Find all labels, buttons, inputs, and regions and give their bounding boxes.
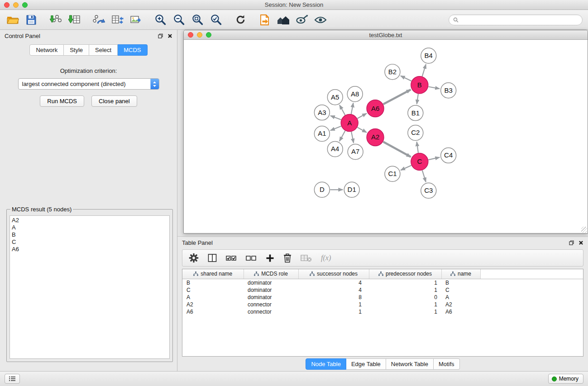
table-cell[interactable]: B: [182, 279, 244, 287]
edge-C-C3[interactable]: [422, 170, 426, 182]
edge-C-C1[interactable]: [401, 166, 411, 171]
node-B[interactable]: B: [411, 76, 428, 94]
table-cell[interactable]: A6: [441, 308, 480, 315]
tab-motifs[interactable]: Motifs: [434, 358, 460, 370]
table-cell[interactable]: 4: [298, 286, 369, 294]
column-header[interactable]: successor nodes: [298, 269, 369, 279]
node-A2[interactable]: A2: [367, 129, 384, 146]
node-A[interactable]: A: [341, 114, 358, 132]
edge-B-B1[interactable]: [417, 94, 418, 104]
list-item[interactable]: A2: [12, 217, 167, 224]
node-D[interactable]: D: [314, 182, 330, 197]
deselect-all-button[interactable]: [246, 254, 257, 262]
column-header[interactable]: predecessor nodes: [369, 269, 441, 279]
table-cell[interactable]: 1: [369, 279, 441, 287]
table-cell[interactable]: A2: [182, 301, 244, 308]
close-panel-button[interactable]: [167, 33, 172, 38]
tab-edge-table[interactable]: Edge Table: [346, 358, 386, 370]
graphics-details-button[interactable]: [295, 13, 309, 27]
edge-A-A2[interactable]: [358, 127, 367, 132]
edge-B-B2[interactable]: [401, 76, 411, 81]
table-cell[interactable]: 4: [298, 279, 369, 287]
network-window-titlebar[interactable]: testGlobe.txt: [184, 30, 588, 40]
import-table-button[interactable]: [67, 13, 81, 27]
toolbar-search[interactable]: [449, 14, 583, 25]
edge-C-C4[interactable]: [428, 157, 440, 160]
table-cell[interactable]: C: [182, 286, 244, 294]
select-all-button[interactable]: [226, 254, 237, 262]
tab-network[interactable]: Network: [29, 44, 64, 56]
node-A7[interactable]: A7: [348, 144, 363, 159]
node-A5[interactable]: A5: [327, 90, 343, 105]
network-close-button[interactable]: [188, 32, 193, 38]
table-cell[interactable]: A: [182, 294, 244, 301]
node-A8[interactable]: A8: [347, 86, 363, 102]
zoom-in-button[interactable]: [153, 13, 167, 27]
minimize-window-button[interactable]: [13, 2, 19, 8]
edge-A-A8[interactable]: [351, 103, 354, 114]
node-A6[interactable]: A6: [367, 100, 384, 117]
list-item[interactable]: A6: [12, 246, 167, 253]
table-cell[interactable]: 1: [369, 308, 441, 315]
column-header[interactable]: shared name: [182, 269, 244, 279]
table-cell[interactable]: 1: [369, 301, 441, 308]
delete-column-button[interactable]: [283, 253, 292, 263]
edge-A-A6[interactable]: [358, 113, 367, 118]
table-row[interactable]: Cdominator41C: [182, 286, 583, 294]
edge-A-A5[interactable]: [339, 105, 345, 115]
edge-A6-B[interactable]: [383, 90, 411, 104]
tab-select[interactable]: Select: [89, 44, 118, 56]
table-cell[interactable]: connector: [244, 301, 298, 308]
open-session-button[interactable]: [5, 13, 20, 27]
zoom-window-button[interactable]: [22, 2, 28, 8]
list-item[interactable]: A: [12, 224, 167, 231]
memory-button[interactable]: Memory: [548, 374, 583, 384]
mcds-result-list[interactable]: A2ABCA6: [10, 215, 170, 359]
edge-A-A1[interactable]: [330, 126, 341, 130]
node-B3[interactable]: B3: [441, 83, 456, 98]
node-B2[interactable]: B2: [385, 64, 400, 80]
zoom-fit-button[interactable]: [190, 13, 205, 27]
list-item[interactable]: B: [12, 231, 167, 238]
tab-network-table[interactable]: Network Table: [386, 358, 434, 370]
node-C4[interactable]: C4: [441, 148, 456, 163]
tab-mcds[interactable]: MCDS: [118, 44, 147, 56]
table-row[interactable]: A6connector11A6: [182, 308, 583, 315]
edge-A-A7[interactable]: [351, 132, 354, 143]
export-network-button[interactable]: [91, 13, 106, 27]
table-cell[interactable]: C: [441, 286, 480, 294]
close-window-button[interactable]: [4, 2, 10, 8]
task-history-button[interactable]: [5, 374, 20, 384]
table-cell[interactable]: 8: [298, 294, 369, 301]
table-cell[interactable]: 1: [298, 308, 369, 315]
node-D1[interactable]: D1: [344, 182, 359, 197]
table-settings-button[interactable]: [189, 253, 199, 263]
node-C2[interactable]: C2: [408, 125, 423, 141]
edge-B-B3[interactable]: [428, 86, 440, 89]
first-neighbors-button[interactable]: [276, 13, 291, 27]
list-item[interactable]: C: [12, 238, 167, 246]
add-column-button[interactable]: [266, 254, 274, 262]
save-session-button[interactable]: [24, 13, 38, 27]
show-columns-button[interactable]: [208, 253, 217, 262]
table-cell[interactable]: B: [441, 279, 480, 287]
edge-C-C2[interactable]: [417, 142, 418, 152]
table-cell[interactable]: A: [441, 294, 480, 301]
edge-A-A4[interactable]: [339, 131, 345, 141]
apply-layout-button[interactable]: [233, 13, 248, 27]
import-network-button[interactable]: [48, 13, 63, 27]
table-cell[interactable]: dominator: [244, 286, 298, 294]
table-row[interactable]: Adominator80A: [182, 294, 583, 301]
edge-A-A3[interactable]: [330, 116, 341, 120]
close-table-panel-button[interactable]: [578, 240, 583, 245]
table-cell[interactable]: A6: [182, 308, 244, 315]
function-builder-button[interactable]: f(x): [321, 254, 331, 262]
node-C3[interactable]: C3: [421, 183, 436, 198]
birds-eye-view-button[interactable]: [313, 13, 328, 27]
network-zoom-button[interactable]: [206, 32, 211, 38]
resize-grip[interactable]: [581, 227, 587, 233]
tab-style[interactable]: Style: [64, 44, 89, 56]
float-table-panel-button[interactable]: [569, 240, 574, 245]
export-table-button[interactable]: [110, 13, 124, 27]
column-header[interactable]: MCDS role: [244, 269, 298, 279]
